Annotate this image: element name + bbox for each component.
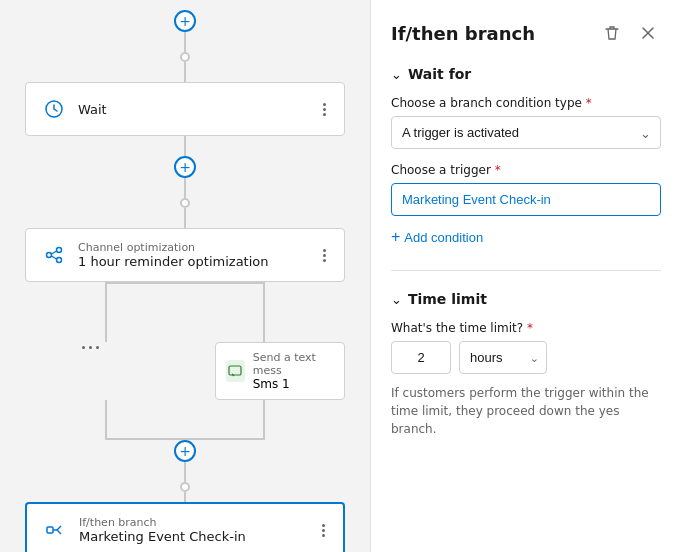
add-button-mid[interactable]: +	[174, 156, 196, 178]
condition-type-dropdown-wrapper: A trigger is activated ⌄	[391, 116, 661, 149]
trigger-input[interactable]	[391, 183, 661, 216]
channel-card-more[interactable]	[319, 245, 330, 266]
dot-connector	[180, 482, 190, 492]
plus-icon: +	[391, 228, 400, 246]
time-limit-title: Time limit	[408, 291, 487, 307]
svg-point-3	[57, 258, 62, 263]
sms-icon	[226, 360, 245, 382]
if-then-card-text: If/then branch Marketing Event Check-in	[79, 516, 246, 544]
card-content: Channel optimization 1 hour reminder opt…	[40, 241, 269, 269]
svg-rect-6	[229, 366, 241, 375]
connector	[184, 32, 186, 52]
close-button[interactable]	[635, 20, 661, 46]
connector	[184, 136, 186, 156]
card-content: Wait	[40, 95, 107, 123]
connector	[184, 178, 186, 198]
time-limit-section-header: ⌄ Time limit	[391, 291, 661, 307]
if-then-card-title: Marketing Event Check-in	[79, 529, 246, 544]
condition-type-label: Choose a branch condition type *	[391, 96, 661, 110]
details-panel: If/then branch ⌄ Wait for Choose a branc…	[370, 0, 681, 552]
clock-icon	[40, 95, 68, 123]
add-condition-button[interactable]: + Add condition	[391, 228, 483, 246]
svg-line-5	[52, 256, 57, 259]
channel-icon	[40, 241, 68, 269]
channel-card-text: Channel optimization 1 hour reminder opt…	[78, 241, 269, 269]
add-condition-label: Add condition	[404, 230, 483, 245]
hours-select[interactable]: minutes hours days	[459, 341, 547, 374]
panel-actions	[599, 20, 661, 46]
wait-card-more[interactable]	[319, 99, 330, 120]
time-row: minutes hours days ⌄	[391, 341, 661, 374]
reconverge-connector	[25, 400, 345, 440]
time-value-input[interactable]	[391, 341, 451, 374]
wait-for-title: Wait for	[408, 66, 471, 82]
hours-dropdown-wrapper: minutes hours days ⌄	[459, 341, 547, 374]
required-star-time: *	[527, 321, 533, 335]
branch-left-dots[interactable]	[78, 342, 103, 353]
channel-card-label: Channel optimization	[78, 241, 269, 254]
svg-point-2	[57, 248, 62, 253]
dot-connector	[180, 198, 190, 208]
channel-card-title: 1 hour reminder optimization	[78, 254, 269, 269]
panel-title: If/then branch	[391, 23, 535, 44]
flow-canvas: + Wait +	[0, 0, 370, 552]
wait-for-section-header: ⌄ Wait for	[391, 66, 661, 82]
condition-type-select[interactable]: A trigger is activated	[391, 116, 661, 149]
trigger-label: Choose a trigger *	[391, 163, 661, 177]
required-star-trigger: *	[495, 163, 501, 177]
svg-rect-7	[47, 527, 53, 533]
time-limit-help-text: If customers perform the trigger within …	[391, 384, 661, 438]
wait-card[interactable]: Wait	[25, 82, 345, 136]
sms-card[interactable]: Send a text mess Sms 1	[215, 342, 345, 400]
if-then-card-more[interactable]	[318, 520, 329, 541]
wait-card-title: Wait	[78, 102, 107, 117]
connector	[184, 462, 186, 482]
sms-card-text: Send a text mess Sms 1	[253, 351, 334, 391]
required-star: *	[586, 96, 592, 110]
add-button-top[interactable]: +	[174, 10, 196, 32]
if-then-card[interactable]: If/then branch Marketing Event Check-in	[25, 502, 345, 552]
if-then-card-label: If/then branch	[79, 516, 246, 529]
svg-point-1	[47, 253, 52, 258]
chevron-down-icon: ⌄	[391, 67, 402, 82]
delete-button[interactable]	[599, 20, 625, 46]
panel-header: If/then branch	[391, 20, 661, 46]
branch-connector	[25, 282, 345, 342]
branch-cards-row: Send a text mess Sms 1	[25, 342, 345, 400]
chevron-down-icon-2: ⌄	[391, 292, 402, 307]
svg-line-4	[52, 251, 57, 254]
section-divider	[391, 270, 661, 271]
connector	[184, 492, 186, 502]
connector	[184, 208, 186, 228]
wait-card-text: Wait	[78, 102, 107, 117]
card-content: If/then branch Marketing Event Check-in	[41, 516, 246, 544]
connector	[184, 62, 186, 82]
add-button-bottom[interactable]: +	[174, 440, 196, 462]
dot-connector	[180, 52, 190, 62]
channel-opt-card[interactable]: Channel optimization 1 hour reminder opt…	[25, 228, 345, 282]
sms-card-title: Sms 1	[253, 377, 334, 391]
sms-card-label: Send a text mess	[253, 351, 334, 377]
branch-icon	[41, 516, 69, 544]
time-limit-question-label: What's the time limit? *	[391, 321, 661, 335]
